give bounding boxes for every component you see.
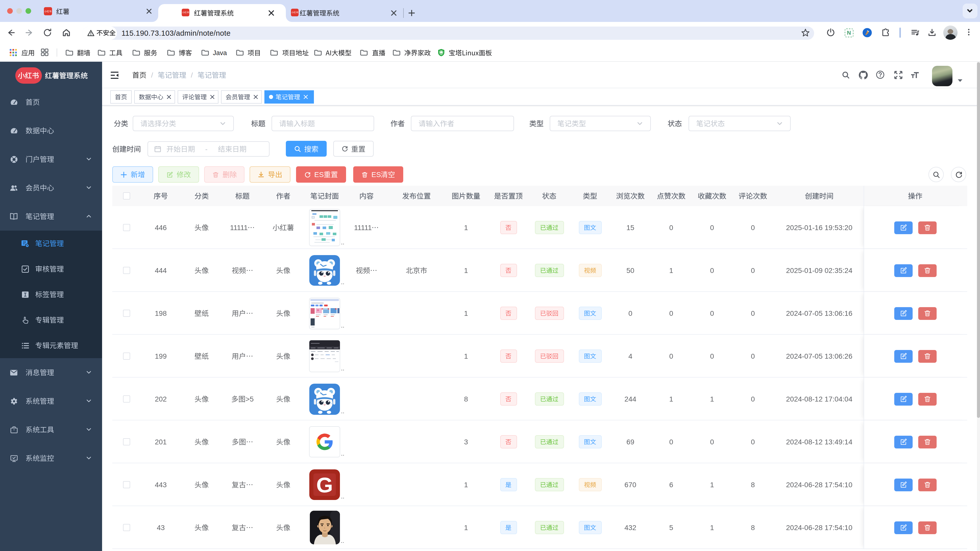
svg-text:G: G [316, 473, 333, 497]
